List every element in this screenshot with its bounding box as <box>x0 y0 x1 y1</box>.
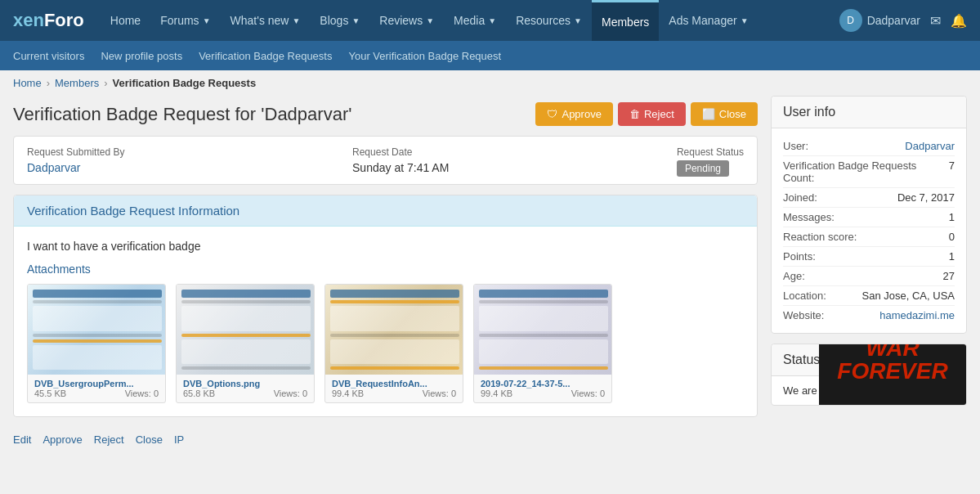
info-key: Messages: <box>783 211 835 223</box>
attachment-info: DVB_Options.png 65.8 KB Views: 0 <box>177 375 314 402</box>
nav-resources[interactable]: Resources ▼ <box>506 0 592 41</box>
info-text: I want to have a verification badge <box>27 240 744 253</box>
attachment-name[interactable]: DVB_UsergroupPerm... <box>34 379 159 388</box>
info-key: Website: <box>783 309 824 321</box>
attachment-size: 99.4 KB <box>332 388 364 398</box>
attachment-info: DVB_RequestInfoAn... 99.4 KB Views: 0 <box>325 375 463 402</box>
nav-blogs[interactable]: Blogs ▼ <box>310 0 369 41</box>
info-val: Dadparvar <box>905 140 955 152</box>
mail-icon[interactable]: ✉ <box>930 13 941 29</box>
nav-whats-new[interactable]: What's new ▼ <box>221 0 311 41</box>
nav-right: D Dadparvar ✉ 🔔 <box>839 9 967 32</box>
attachment-thumb[interactable] <box>325 285 463 375</box>
attachment-views: Views: 0 <box>274 388 307 398</box>
attachment-views: Views: 0 <box>571 388 605 398</box>
user-info-header: User info <box>772 97 966 128</box>
close-link[interactable]: Close <box>136 433 163 446</box>
reject-link[interactable]: Reject <box>94 433 124 446</box>
breadcrumb-sep-2: › <box>104 77 107 89</box>
nav-home[interactable]: Home <box>101 0 150 41</box>
user-info-row: Location: San Jose, CA, USA <box>783 286 955 306</box>
info-section: Verification Badge Request Information I… <box>13 195 758 417</box>
info-section-body: I want to have a verification badge Atta… <box>14 227 757 416</box>
page-title: Verification Badge Request for 'Dadparva… <box>13 104 351 125</box>
website-link[interactable]: hamedazimi.me <box>879 309 955 321</box>
submitted-by-label: Request Submitted By <box>27 146 124 158</box>
attachment-item: 2019-07-22_14-37-5... 99.4 KB Views: 0 <box>473 284 612 403</box>
war-forever-overlay: WAR FOREVER <box>819 344 966 405</box>
war-text-1: WAR <box>866 344 919 360</box>
attachment-thumb[interactable] <box>28 285 166 375</box>
meta-status: Request Status Pending <box>677 146 744 174</box>
submitter-link[interactable]: Dadparvar <box>27 161 80 174</box>
sub-nav-verification-badge-requests[interactable]: Verification Badge Requests <box>199 50 332 62</box>
breadcrumb: Home › Members › Verification Badge Requ… <box>0 70 980 96</box>
chevron-down-icon: ▼ <box>292 16 300 25</box>
attachment-meta: 65.8 KB Views: 0 <box>183 388 307 398</box>
nav-members[interactable]: Members <box>592 0 659 41</box>
attachments-grid: DVB_UsergroupPerm... 45.5 KB Views: 0 <box>27 284 744 403</box>
user-info-row: Website: hamedazimi.me <box>783 306 955 325</box>
attachment-views: Views: 0 <box>423 388 456 398</box>
user-info-row: Messages: 1 <box>783 208 955 227</box>
bell-icon[interactable]: 🔔 <box>951 13 967 29</box>
close-button[interactable]: ⬜ Close <box>691 102 758 126</box>
user-info-row: Verification Badge Requests Count: 7 <box>783 156 955 188</box>
attachment-item: DVB_UsergroupPerm... 45.5 KB Views: 0 <box>27 284 166 403</box>
close-icon: ⬜ <box>702 108 715 120</box>
action-buttons: 🛡 Approve 🗑 Reject ⬜ Close <box>535 102 758 126</box>
sub-nav-your-verification[interactable]: Your Verification Badge Request <box>348 50 501 62</box>
attachment-views: Views: 0 <box>125 388 159 398</box>
edit-link[interactable]: Edit <box>13 433 31 446</box>
attachment-name[interactable]: DVB_Options.png <box>183 379 307 388</box>
attachment-thumb[interactable] <box>474 285 612 375</box>
ip-link[interactable]: IP <box>174 433 184 446</box>
user-info-row: Joined: Dec 7, 2017 <box>783 188 955 208</box>
user-info-row: Reaction score: 0 <box>783 227 955 247</box>
user-info-body: User: Dadparvar Verification Badge Reque… <box>772 128 966 333</box>
reject-button[interactable]: 🗑 Reject <box>618 102 686 126</box>
shield-icon: 🛡 <box>547 108 557 120</box>
nav-media[interactable]: Media ▼ <box>444 0 506 41</box>
sub-nav-new-profile-posts[interactable]: New profile posts <box>101 50 182 62</box>
breadcrumb-home[interactable]: Home <box>13 77 42 89</box>
meta-date: Request Date Sunday at 7:41 AM <box>352 146 449 174</box>
user-menu[interactable]: D Dadparvar <box>839 9 920 32</box>
info-val: 7 <box>949 159 955 184</box>
info-key: Points: <box>783 250 816 263</box>
status-info-card: Status Information We are ch... document… <box>771 344 967 406</box>
attachment-thumb[interactable] <box>177 285 315 375</box>
info-val: hamedazimi.me <box>879 309 955 321</box>
user-link[interactable]: Dadparvar <box>905 140 955 152</box>
site-logo[interactable]: xenForo <box>13 10 84 31</box>
avatar: D <box>839 9 862 32</box>
nav-forums[interactable]: Forums ▼ <box>150 0 220 41</box>
request-meta: Request Submitted By Dadparvar Request D… <box>13 136 758 185</box>
info-key: Verification Badge Requests Count: <box>783 159 949 184</box>
breadcrumb-current: Verification Badge Requests <box>113 77 257 89</box>
info-key: Age: <box>783 270 805 282</box>
attachment-name[interactable]: DVB_RequestInfoAn... <box>332 379 456 388</box>
user-info-card: User info User: Dadparvar Verification B… <box>771 96 967 334</box>
approve-link[interactable]: Approve <box>43 433 82 446</box>
user-info-row: User: Dadparvar <box>783 137 955 156</box>
page-title-bar: Verification Badge Request for 'Dadparva… <box>13 96 758 126</box>
info-val: San Jose, CA, USA <box>862 290 955 302</box>
breadcrumb-members[interactable]: Members <box>55 77 99 89</box>
attachment-item: DVB_RequestInfoAn... 99.4 KB Views: 0 <box>324 284 463 403</box>
attachments-label: Attachments <box>27 263 744 276</box>
sub-nav-current-visitors[interactable]: Current visitors <box>13 50 84 62</box>
attachment-meta: 99.4 KB Views: 0 <box>332 388 456 398</box>
main-content: Verification Badge Request for 'Dadparva… <box>13 96 758 452</box>
logo-foro: Foro <box>44 10 84 30</box>
approve-button[interactable]: 🛡 Approve <box>535 102 612 126</box>
info-val: 1 <box>949 211 955 223</box>
info-key: Reaction score: <box>783 231 857 243</box>
chevron-down-icon: ▼ <box>741 16 749 25</box>
nav-ads-manager[interactable]: Ads Manager ▼ <box>659 0 758 41</box>
info-key: User: <box>783 140 808 152</box>
chevron-down-icon: ▼ <box>351 16 360 25</box>
attachment-name[interactable]: 2019-07-22_14-37-5... <box>481 379 605 388</box>
nav-reviews[interactable]: Reviews ▼ <box>369 0 444 41</box>
attachment-meta: 99.4 KB Views: 0 <box>481 388 605 398</box>
